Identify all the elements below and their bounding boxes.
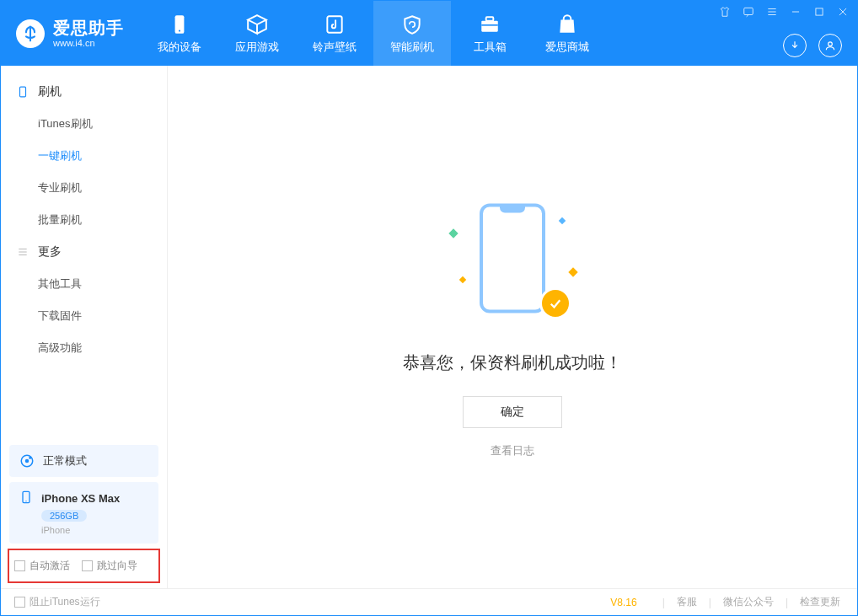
- checkbox-label: 跳过向导: [97, 559, 137, 573]
- sidebar-item-other-tools[interactable]: 其他工具: [1, 268, 167, 300]
- refresh-shield-icon: [400, 13, 424, 36]
- checkbox-block-itunes[interactable]: 阻止iTunes运行: [14, 595, 100, 609]
- main-content: 恭喜您，保资料刷机成功啦！ 确定 查看日志: [168, 66, 857, 588]
- checkbox-icon: [14, 560, 25, 571]
- svg-point-1: [179, 29, 180, 31]
- nav-toolbox[interactable]: 工具箱: [451, 1, 528, 66]
- nav-tabs: 我的设备 应用游戏 铃声壁纸 智能刷机 工具箱 爱思商城: [141, 1, 606, 66]
- device-type: iPhone: [41, 525, 148, 535]
- nav-label: 智能刷机: [390, 40, 434, 55]
- divider: |: [786, 597, 788, 608]
- menu-icon[interactable]: [764, 4, 780, 19]
- view-log-link[interactable]: 查看日志: [491, 443, 534, 458]
- nav-ringtone-wallpaper[interactable]: 铃声壁纸: [296, 1, 373, 66]
- download-button[interactable]: [783, 34, 807, 57]
- sparkle-icon: [559, 217, 566, 223]
- device-phone-icon: [19, 490, 33, 506]
- sidebar-item-pro-flash[interactable]: 专业刷机: [1, 172, 167, 204]
- sparkle-icon: [448, 228, 458, 238]
- check-badge-icon: [539, 287, 571, 319]
- sparkle-icon: [459, 276, 466, 282]
- checkbox-skip-guide[interactable]: 跳过向导: [82, 559, 137, 573]
- nav-label: 爱思商城: [545, 40, 589, 55]
- svg-point-8: [829, 42, 833, 46]
- app-header: 爱思助手 www.i4.cn 我的设备 应用游戏 铃声壁纸 智能刷机 工具箱 爱…: [1, 1, 857, 66]
- success-message: 恭喜您，保资料刷机成功啦！: [403, 351, 622, 374]
- sidebar: 刷机 iTunes刷机 一键刷机 专业刷机 批量刷机 更多 其他工具 下载固件 …: [1, 66, 168, 588]
- toolbox-icon: [478, 13, 501, 36]
- sidebar-item-batch-flash[interactable]: 批量刷机: [1, 204, 167, 236]
- sidebar-group-title: 刷机: [38, 84, 62, 99]
- footer: 阻止iTunes运行 V8.16 | 客服 | 微信公众号 | 检查更新: [1, 588, 857, 615]
- maximize-icon[interactable]: [812, 4, 827, 19]
- device-icon: [168, 13, 191, 36]
- nav-store[interactable]: 爱思商城: [528, 1, 606, 66]
- svg-point-12: [29, 457, 31, 459]
- logo-area: 爱思助手 www.i4.cn: [1, 1, 141, 66]
- highlighted-options-row: 自动激活 跳过向导: [8, 549, 160, 583]
- app-logo-icon: [16, 19, 45, 48]
- app-body: 刷机 iTunes刷机 一键刷机 专业刷机 批量刷机 更多 其他工具 下载固件 …: [1, 66, 857, 588]
- sidebar-item-download-firmware[interactable]: 下载固件: [1, 300, 167, 332]
- svg-rect-3: [481, 20, 498, 31]
- phone-outline-icon: [480, 203, 545, 313]
- sidebar-group-flash[interactable]: 刷机: [1, 76, 167, 108]
- minimize-icon[interactable]: [788, 4, 803, 19]
- svg-rect-6: [744, 8, 753, 14]
- sidebar-item-itunes-flash[interactable]: iTunes刷机: [1, 108, 167, 140]
- normal-mode-icon: [19, 453, 35, 469]
- app-title: 爱思助手: [53, 18, 124, 38]
- svg-rect-9: [20, 87, 26, 97]
- sidebar-group-more[interactable]: 更多: [1, 236, 167, 268]
- mode-box[interactable]: 正常模式: [9, 445, 158, 477]
- svg-point-14: [25, 501, 26, 501]
- success-illustration: [445, 196, 580, 331]
- svg-rect-5: [481, 24, 498, 26]
- footer-link-update[interactable]: 检查更新: [796, 595, 844, 609]
- checkbox-auto-activate[interactable]: 自动激活: [14, 559, 70, 573]
- close-icon[interactable]: [835, 4, 850, 19]
- divider: |: [662, 597, 665, 608]
- divider: |: [709, 597, 711, 608]
- nav-label: 工具箱: [474, 40, 507, 55]
- app-subtitle: www.i4.cn: [53, 38, 124, 49]
- music-note-icon: [323, 13, 346, 36]
- svg-rect-7: [816, 8, 823, 15]
- device-box[interactable]: iPhone XS Max 256GB iPhone: [9, 482, 158, 544]
- sidebar-item-advanced[interactable]: 高级功能: [1, 332, 167, 364]
- mode-label: 正常模式: [43, 453, 87, 469]
- ok-button[interactable]: 确定: [463, 396, 562, 428]
- sidebar-group-title: 更多: [38, 244, 62, 260]
- sparkle-icon: [568, 267, 577, 276]
- cube-icon: [245, 13, 269, 36]
- device-name: iPhone XS Max: [41, 492, 120, 505]
- svg-rect-2: [327, 16, 341, 33]
- sidebar-item-onekey-flash[interactable]: 一键刷机: [1, 140, 167, 172]
- version-label: V8.16: [610, 597, 636, 608]
- svg-rect-4: [486, 17, 494, 20]
- checkbox-label: 阻止iTunes运行: [29, 595, 100, 609]
- list-icon: [16, 245, 29, 259]
- nav-apps-games[interactable]: 应用游戏: [218, 1, 296, 66]
- window-controls: [717, 4, 850, 19]
- svg-point-11: [25, 459, 29, 463]
- nav-my-device[interactable]: 我的设备: [141, 1, 218, 66]
- tshirt-icon[interactable]: [717, 4, 732, 19]
- feedback-icon[interactable]: [741, 4, 756, 19]
- shopping-bag-icon: [555, 13, 579, 36]
- footer-link-support[interactable]: 客服: [673, 595, 700, 609]
- footer-link-wechat[interactable]: 微信公众号: [720, 595, 777, 609]
- user-button[interactable]: [818, 34, 842, 57]
- checkbox-label: 自动激活: [29, 559, 70, 573]
- nav-label: 应用游戏: [235, 40, 279, 55]
- header-right-buttons: [783, 34, 842, 57]
- nav-smart-flash[interactable]: 智能刷机: [373, 1, 451, 66]
- phone-icon: [16, 85, 29, 99]
- checkbox-icon: [14, 597, 25, 608]
- nav-label: 我的设备: [158, 40, 201, 55]
- checkbox-icon: [82, 560, 93, 571]
- device-capacity: 256GB: [41, 510, 87, 522]
- nav-label: 铃声壁纸: [313, 40, 357, 55]
